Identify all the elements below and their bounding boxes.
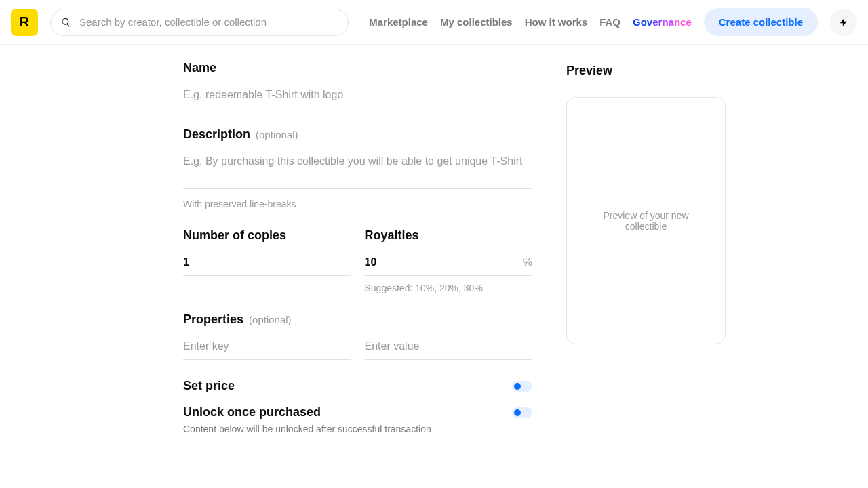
copies-section: Number of copies <box>183 228 351 293</box>
search-wrap <box>50 9 349 36</box>
description-optional: (optional) <box>256 129 298 140</box>
set-price-section: Set price <box>183 379 532 393</box>
unlock-label: Unlock once purchased <box>183 405 321 420</box>
bolt-icon <box>839 16 848 28</box>
nav: Marketplace My collectibles How it works… <box>369 8 857 36</box>
royalties-input[interactable] <box>365 252 523 275</box>
copies-label: Number of copies <box>183 228 286 243</box>
description-input[interactable] <box>183 151 532 189</box>
description-section: Description (optional) With preserved li… <box>183 127 532 209</box>
properties-label: Properties <box>183 312 243 327</box>
royalties-suffix: % <box>523 256 532 271</box>
description-label: Description <box>183 127 250 142</box>
preview-column: Preview Preview of your new collectible <box>566 61 729 453</box>
set-price-toggle[interactable] <box>512 381 532 392</box>
nav-governance[interactable]: Governance <box>633 16 692 28</box>
property-value-input[interactable] <box>365 336 533 360</box>
bolt-button[interactable] <box>830 9 857 36</box>
unlock-section: Unlock once purchased Content below will… <box>183 405 532 434</box>
nav-my-collectibles[interactable]: My collectibles <box>440 16 513 28</box>
header: R Marketplace My collectibles How it wor… <box>0 0 868 45</box>
name-input[interactable] <box>183 85 532 108</box>
create-collectible-button[interactable]: Create collectible <box>704 8 818 36</box>
main: Name Description (optional) With preserv… <box>0 45 868 453</box>
nav-how-it-works[interactable]: How it works <box>525 16 588 28</box>
copies-royalties-row: Number of copies Royalties % Suggested: … <box>183 228 532 293</box>
preview-placeholder: Preview of your new collectible <box>587 210 705 232</box>
copies-input[interactable] <box>183 252 351 276</box>
logo[interactable]: R <box>11 9 38 36</box>
unlock-sub: Content below will be unlocked after suc… <box>183 424 532 434</box>
royalties-label: Royalties <box>365 228 419 243</box>
preview-box: Preview of your new collectible <box>566 97 726 344</box>
unlock-toggle[interactable] <box>512 407 532 418</box>
name-label: Name <box>183 61 216 75</box>
properties-section: Properties (optional) <box>183 312 532 360</box>
search-input[interactable] <box>50 9 349 36</box>
description-hint: With preserved line-breaks <box>183 199 532 209</box>
properties-optional: (optional) <box>249 314 292 325</box>
nav-marketplace[interactable]: Marketplace <box>369 16 428 28</box>
name-section: Name <box>183 61 532 108</box>
property-key-input[interactable] <box>183 336 351 360</box>
form-column: Name Description (optional) With preserv… <box>183 61 532 453</box>
royalties-hint: Suggested: 10%, 20%, 30% <box>365 283 533 293</box>
nav-faq[interactable]: FAQ <box>599 16 620 28</box>
preview-title: Preview <box>566 64 729 78</box>
set-price-label: Set price <box>183 379 235 393</box>
royalties-section: Royalties % Suggested: 10%, 20%, 30% <box>365 228 533 293</box>
search-icon <box>61 17 71 27</box>
